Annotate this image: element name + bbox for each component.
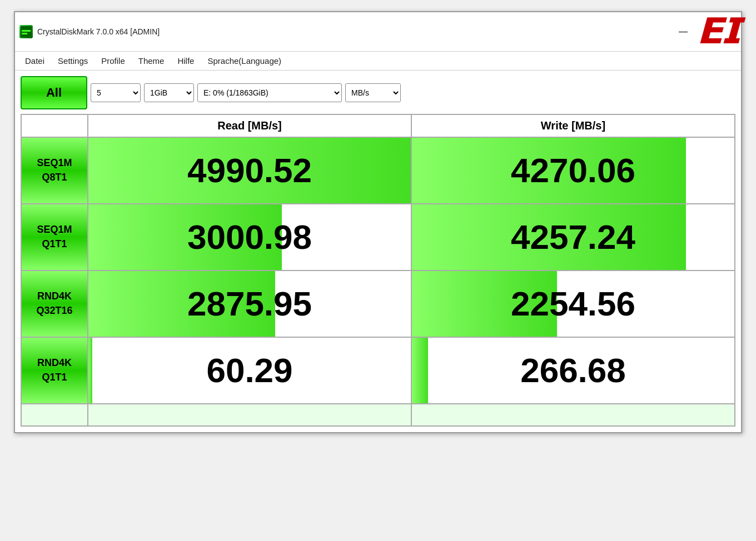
menu-bar: Datei Settings Profile Theme Hilfe Sprac…: [15, 52, 741, 71]
menu-settings[interactable]: Settings: [52, 54, 93, 68]
main-content: All 5 1GiB E: 0% (1/1863GiB) MB/s Read […: [15, 71, 741, 432]
minimize-button[interactable]: —: [670, 23, 696, 40]
table-row: RND4KQ32T162875.952254.56: [21, 270, 735, 337]
row-label-3: RND4KQ1T1: [21, 337, 88, 404]
menu-language[interactable]: Sprache(Language): [202, 54, 287, 68]
svg-rect-1: [22, 30, 31, 32]
footer-row: [21, 404, 735, 426]
header-write: Write [MB/s]: [411, 114, 735, 137]
row-write-2: 2254.56: [411, 270, 735, 337]
row-label-1: SEQ1MQ1T1: [21, 204, 88, 270]
row-write-1: 4257.24: [411, 204, 735, 270]
menu-profile[interactable]: Profile: [96, 54, 131, 68]
size-select[interactable]: 1GiB: [144, 83, 194, 102]
row-label-2: RND4KQ32T16: [21, 270, 88, 337]
menu-hilfe[interactable]: Hilfe: [172, 54, 200, 68]
menu-theme[interactable]: Theme: [133, 54, 170, 68]
row-read-2: 2875.95: [88, 270, 411, 337]
row-read-1: 3000.98: [88, 204, 411, 270]
unit-select[interactable]: MB/s: [345, 83, 401, 102]
table-row: SEQ1MQ1T13000.984257.24: [21, 204, 735, 270]
close-x-decoration: 𝗘𝗜: [698, 16, 737, 48]
window-title: CrystalDiskMark 7.0.0 x64 [ADMIN]: [37, 27, 160, 36]
table-row: RND4KQ1T160.29266.68: [21, 337, 735, 404]
count-select[interactable]: 5: [91, 83, 141, 102]
title-bar-left: CrystalDiskMark 7.0.0 x64 [ADMIN]: [19, 25, 160, 38]
main-window: CrystalDiskMark 7.0.0 x64 [ADMIN] — 𝗘𝗜 D…: [14, 11, 742, 433]
svg-rect-2: [22, 33, 27, 34]
header-read: Read [MB/s]: [88, 114, 411, 137]
app-icon: [19, 25, 33, 38]
header-label: [21, 114, 88, 137]
menu-datei[interactable]: Datei: [19, 54, 50, 68]
benchmark-table: Read [MB/s] Write [MB/s] SEQ1MQ8T14990.5…: [21, 114, 735, 427]
drive-select[interactable]: E: 0% (1/1863GiB): [197, 83, 342, 102]
row-read-0: 4990.52: [88, 137, 411, 204]
table-header-row: Read [MB/s] Write [MB/s]: [21, 114, 735, 137]
row-write-0: 4270.06: [411, 137, 735, 204]
row-label-0: SEQ1MQ8T1: [21, 137, 88, 204]
row-write-3: 266.68: [411, 337, 735, 404]
row-read-3: 60.29: [88, 337, 411, 404]
all-button[interactable]: All: [21, 76, 87, 109]
window-controls: — 𝗘𝗜: [670, 16, 737, 48]
controls-row: All 5 1GiB E: 0% (1/1863GiB) MB/s: [21, 76, 735, 109]
title-bar: CrystalDiskMark 7.0.0 x64 [ADMIN] — 𝗘𝗜: [15, 12, 741, 52]
table-row: SEQ1MQ8T14990.524270.06: [21, 137, 735, 204]
